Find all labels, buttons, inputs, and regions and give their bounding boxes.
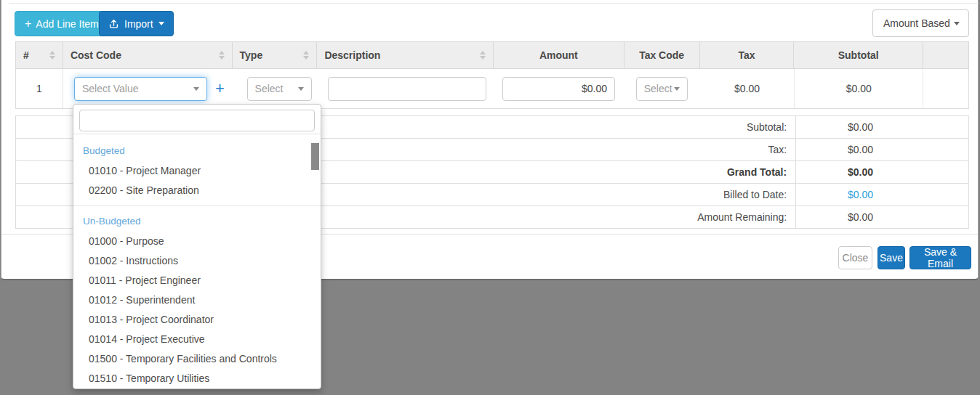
sort-icon: [49, 51, 55, 60]
dropdown-scrollbar-thumb[interactable]: [311, 143, 319, 170]
save-and-email-button[interactable]: Save & Email: [909, 246, 971, 269]
cost-code-dropdown: Budgeted 01010 - Project Manager 02200 -…: [73, 104, 321, 389]
line-items-table: # Cost Code Type Description Amount Tax …: [15, 41, 969, 109]
row-number-cell: 1: [16, 69, 63, 108]
add-cost-code-button[interactable]: +: [215, 81, 225, 97]
cost-code-option[interactable]: 01012 - Superintendent: [73, 290, 321, 310]
import-label: Import: [124, 18, 153, 30]
column-header-number[interactable]: #: [16, 42, 63, 68]
description-input[interactable]: [328, 77, 486, 101]
caret-down-icon: [954, 22, 960, 25]
cost-code-option[interactable]: 02200 - Site Preparation: [73, 181, 321, 200]
summary-value: $0.00: [796, 161, 968, 183]
add-line-item-label: Add Line Item: [36, 18, 98, 30]
billed-to-date-link[interactable]: $0.00: [796, 184, 968, 205]
cost-code-placeholder: Select Value: [82, 83, 139, 94]
column-header-tax: Tax: [700, 42, 795, 68]
top-divider: [9, 3, 979, 4]
column-header-actions: [923, 42, 968, 68]
column-label: #: [23, 49, 29, 61]
subtotal-cell: $0.00: [794, 69, 923, 108]
sort-icon: [303, 51, 309, 60]
close-button[interactable]: Close: [838, 246, 872, 269]
cost-code-option[interactable]: 01011 - Project Engineer: [73, 271, 321, 290]
cost-code-option[interactable]: 01500 - Temporary Facilities and Control…: [73, 349, 321, 369]
column-label: Amount: [539, 49, 578, 61]
invoice-mode-value: Amount Based: [883, 17, 950, 29]
upload-icon: [108, 18, 119, 29]
invoice-mode-select[interactable]: Amount Based: [872, 9, 969, 37]
column-header-tax-code: Tax Code: [624, 42, 700, 68]
tax-code-cell: Select: [624, 69, 700, 108]
description-cell: [317, 69, 494, 108]
import-button[interactable]: Import: [99, 11, 174, 36]
tax-code-placeholder: Select: [644, 83, 672, 94]
summary-value: $0.00: [796, 139, 968, 160]
sort-icon: [480, 51, 486, 60]
column-header-subtotal: Subtotal: [794, 42, 923, 68]
row-number: 1: [36, 83, 42, 94]
subtotal-value: $0.00: [846, 83, 872, 94]
column-header-cost-code[interactable]: Cost Code: [63, 42, 233, 68]
caret-down-icon: [674, 87, 680, 91]
caret-down-icon: [193, 87, 199, 91]
column-label: Tax Code: [639, 49, 684, 61]
summary-value: $0.00: [796, 206, 968, 228]
sort-icon: [219, 51, 225, 60]
column-label: Subtotal: [838, 49, 879, 61]
caret-down-icon: [298, 87, 304, 91]
cost-code-option[interactable]: 01014 - Project Executive: [73, 330, 321, 349]
cost-code-option[interactable]: 01013 - Project Coordinator: [73, 310, 321, 330]
amount-cell: [494, 69, 624, 108]
summary-value: $0.00: [796, 116, 968, 138]
tax-value: $0.00: [734, 83, 760, 94]
tax-cell: $0.00: [700, 69, 795, 108]
cost-code-option[interactable]: 01010 - Project Manager: [73, 161, 321, 181]
table-header-row: # Cost Code Type Description Amount Tax …: [15, 41, 969, 69]
column-header-amount: Amount: [494, 42, 624, 68]
column-header-type[interactable]: Type: [233, 42, 318, 68]
cost-code-option[interactable]: 01002 - Instructions: [73, 251, 321, 271]
cost-code-option[interactable]: 01000 - Purpose: [73, 232, 321, 251]
type-select[interactable]: Select: [247, 77, 312, 101]
caret-down-icon: [158, 22, 164, 25]
cost-code-cell: Select Value +: [63, 69, 233, 108]
cost-code-option[interactable]: 01510 - Temporary Utilities: [73, 369, 321, 388]
tax-code-select[interactable]: Select: [636, 77, 688, 101]
add-line-item-button[interactable]: + Add Line Item: [15, 11, 109, 36]
group-label-budgeted: Budgeted: [73, 139, 321, 161]
column-header-description[interactable]: Description: [317, 42, 494, 68]
cost-code-search-input[interactable]: [79, 110, 315, 131]
column-label: Tax: [738, 49, 755, 61]
type-cell: Select: [233, 69, 318, 108]
group-label-un-budgeted: Un-Budgeted: [73, 210, 321, 232]
table-row: 1 Select Value + Select: [15, 69, 969, 109]
cost-code-select[interactable]: Select Value: [74, 77, 207, 101]
actions-cell: [923, 69, 968, 108]
column-label: Cost Code: [71, 49, 121, 61]
cost-code-list: Budgeted 01010 - Project Manager 02200 -…: [73, 134, 321, 388]
plus-icon: +: [25, 18, 31, 30]
amount-input[interactable]: [502, 77, 615, 101]
save-button[interactable]: Save: [877, 246, 905, 269]
column-label: Type: [240, 49, 263, 61]
column-label: Description: [324, 49, 380, 61]
type-placeholder: Select: [255, 83, 284, 94]
